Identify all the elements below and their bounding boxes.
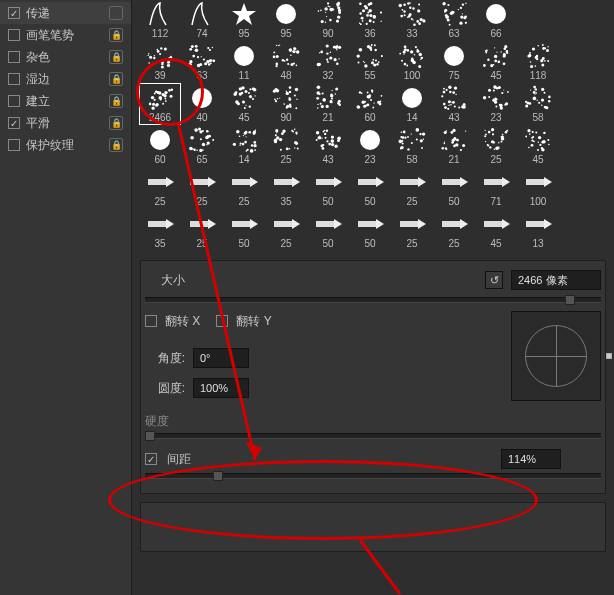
brush-swatch[interactable]: 50	[350, 210, 390, 250]
brush-swatch[interactable]: 39	[140, 42, 180, 82]
brush-swatch[interactable]: 25	[266, 126, 306, 166]
sidebar-checkbox[interactable]	[8, 95, 20, 107]
brush-swatch[interactable]: 25	[434, 210, 474, 250]
brush-swatch[interactable]: 66	[476, 0, 516, 40]
svg-point-222	[421, 57, 422, 58]
brush-swatch[interactable]: 2466	[140, 84, 180, 124]
brush-swatch[interactable]: 11	[224, 42, 264, 82]
lock-icon[interactable]: 🔒	[109, 50, 123, 64]
svg-point-620	[541, 141, 544, 144]
brush-swatch[interactable]: 118	[518, 42, 558, 82]
brush-swatch[interactable]: 45	[476, 42, 516, 82]
brush-swatch[interactable]: 50	[308, 168, 348, 208]
sidebar-item-4[interactable]: 建立🔒	[0, 90, 131, 112]
size-slider[interactable]	[145, 297, 601, 303]
sidebar-checkbox[interactable]	[8, 51, 20, 63]
sidebar-checkbox[interactable]	[8, 73, 20, 85]
lock-icon[interactable]: 🔒	[109, 116, 123, 130]
sidebar-checkbox[interactable]	[8, 29, 20, 41]
brush-swatch[interactable]: 95	[266, 0, 306, 40]
brush-swatch[interactable]: 50	[224, 210, 264, 250]
sidebar-item-5[interactable]: ✓平滑🔒	[0, 112, 131, 134]
brush-swatch[interactable]: 25	[182, 168, 222, 208]
lock-icon[interactable]: 🔒	[109, 72, 123, 86]
sidebar-checkbox[interactable]	[8, 139, 20, 151]
brush-swatch[interactable]: 74	[182, 0, 222, 40]
brush-swatch[interactable]: 63	[434, 0, 474, 40]
sidebar-item-1[interactable]: 画笔笔势🔒	[0, 24, 131, 46]
brush-swatch[interactable]: 60	[140, 126, 180, 166]
brush-swatch[interactable]: 55	[350, 42, 390, 82]
svg-point-600	[489, 146, 491, 148]
brush-swatch[interactable]: 25	[392, 210, 432, 250]
flip-y-checkbox[interactable]	[216, 315, 228, 327]
brush-swatch[interactable]: 25	[182, 210, 222, 250]
svg-point-86	[442, 2, 445, 5]
hardness-slider[interactable]	[145, 433, 601, 439]
spacing-input[interactable]	[501, 449, 561, 469]
brush-swatch[interactable]: 50	[308, 210, 348, 250]
spacing-checkbox[interactable]: ✓	[145, 453, 157, 465]
brush-swatch[interactable]: 75	[434, 42, 474, 82]
brush-swatch[interactable]: 35	[266, 168, 306, 208]
brush-swatch[interactable]: 14	[392, 84, 432, 124]
brush-swatch[interactable]: 23	[476, 84, 516, 124]
brush-swatch[interactable]: 25	[266, 210, 306, 250]
brush-thumb-icon	[312, 43, 344, 69]
brush-swatch[interactable]: 36	[350, 0, 390, 40]
brush-swatch[interactable]: 100	[518, 168, 558, 208]
brush-swatch[interactable]: 100	[392, 42, 432, 82]
svg-point-209	[420, 58, 422, 60]
angle-input[interactable]	[193, 348, 249, 368]
brush-swatch[interactable]: 65	[182, 126, 222, 166]
lock-icon[interactable]	[109, 6, 123, 20]
svg-point-393	[452, 101, 455, 104]
brush-swatch[interactable]: 60	[350, 84, 390, 124]
lock-icon[interactable]: 🔒	[109, 94, 123, 108]
sidebar-item-0[interactable]: ✓传递	[0, 2, 131, 24]
brush-swatch[interactable]: 95	[224, 0, 264, 40]
brush-swatch[interactable]: 25	[392, 168, 432, 208]
brush-swatch[interactable]: 58	[392, 126, 432, 166]
brush-swatch[interactable]: 43	[308, 126, 348, 166]
brush-swatch[interactable]: 21	[434, 126, 474, 166]
flip-x-checkbox[interactable]	[145, 315, 157, 327]
brush-swatch[interactable]: 63	[182, 42, 222, 82]
roundness-input[interactable]	[193, 378, 249, 398]
brush-swatch[interactable]: 90	[308, 0, 348, 40]
sidebar-item-6[interactable]: 保护纹理🔒	[0, 134, 131, 156]
brush-swatch[interactable]: 32	[308, 42, 348, 82]
brush-swatch[interactable]: 90	[266, 84, 306, 124]
brush-swatch[interactable]: 25	[140, 168, 180, 208]
brush-swatch[interactable]: 40	[182, 84, 222, 124]
brush-swatch[interactable]: 14	[224, 126, 264, 166]
brush-swatch[interactable]: 71	[476, 168, 516, 208]
brush-swatch[interactable]: 58	[518, 84, 558, 124]
brush-swatch[interactable]: 43	[434, 84, 474, 124]
brush-swatch[interactable]: 13	[518, 210, 558, 250]
brush-swatch[interactable]: 33	[392, 0, 432, 40]
brush-swatch[interactable]: 45	[518, 126, 558, 166]
sidebar-item-2[interactable]: 杂色🔒	[0, 46, 131, 68]
spacing-slider[interactable]	[145, 473, 601, 479]
brush-swatch[interactable]: 21	[308, 84, 348, 124]
brush-swatch[interactable]: 25	[476, 126, 516, 166]
brush-swatch[interactable]: 25	[224, 168, 264, 208]
svg-point-199	[373, 59, 375, 61]
size-input[interactable]	[511, 270, 601, 290]
brush-swatch[interactable]: 48	[266, 42, 306, 82]
brush-swatch[interactable]: 50	[434, 168, 474, 208]
brush-swatch[interactable]: 112	[140, 0, 180, 40]
brush-swatch[interactable]: 50	[350, 168, 390, 208]
lock-icon[interactable]: 🔒	[109, 28, 123, 42]
brush-swatch[interactable]: 45	[224, 84, 264, 124]
sidebar-checkbox[interactable]: ✓	[8, 117, 20, 129]
sidebar-item-3[interactable]: 湿边🔒	[0, 68, 131, 90]
brush-swatch[interactable]: 45	[476, 210, 516, 250]
angle-dial[interactable]	[511, 311, 601, 401]
lock-icon[interactable]: 🔒	[109, 138, 123, 152]
brush-swatch[interactable]: 23	[350, 126, 390, 166]
sidebar-checkbox[interactable]: ✓	[8, 7, 20, 19]
brush-swatch[interactable]: 35	[140, 210, 180, 250]
reset-size-button[interactable]: ↺	[485, 271, 503, 289]
